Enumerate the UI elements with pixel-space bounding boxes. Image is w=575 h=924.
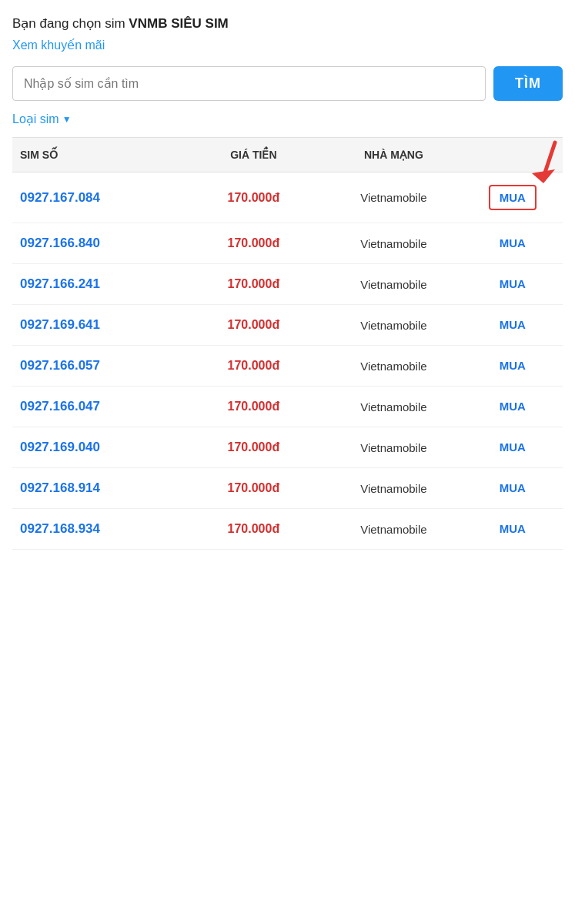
table-row: 0927.166.047 170.000đ Vietnamobile MUA — [12, 387, 563, 427]
price: 170.000đ — [190, 481, 317, 495]
table-row: 0927.169.040 170.000đ Vietnamobile MUA — [12, 427, 563, 468]
price: 170.000đ — [190, 522, 317, 536]
chevron-down-icon: ▼ — [62, 114, 72, 125]
sim-number[interactable]: 0927.166.241 — [20, 276, 190, 292]
filter-row: Loại sim ▼ — [12, 112, 563, 126]
promo-link[interactable]: Xem khuyến mãi — [12, 38, 105, 52]
network: Vietnamobile — [317, 360, 470, 373]
sim-number[interactable]: 0927.166.840 — [20, 236, 190, 251]
price: 170.000đ — [190, 440, 317, 454]
price: 170.000đ — [190, 400, 317, 413]
price: 170.000đ — [190, 318, 317, 332]
action-cell: MUA — [470, 359, 555, 373]
sim-number[interactable]: 0927.169.040 — [20, 440, 190, 455]
col-sim-so: SIM SỐ — [20, 149, 190, 161]
network: Vietnamobile — [317, 441, 470, 454]
sim-number[interactable]: 0927.168.934 — [20, 521, 190, 537]
buy-button[interactable]: MUA — [500, 277, 526, 290]
buy-button[interactable]: MUA — [500, 359, 526, 372]
col-nha-mang: NHÀ MẠNG — [317, 149, 470, 161]
table-row: 0927.166.241 170.000đ Vietnamobile MUA — [12, 264, 563, 305]
action-cell: MUA — [470, 185, 555, 210]
price: 170.000đ — [190, 277, 317, 291]
network: Vietnamobile — [317, 400, 470, 413]
col-action — [470, 149, 555, 161]
table-row: 0927.168.934 170.000đ Vietnamobile MUA — [12, 509, 563, 550]
network: Vietnamobile — [317, 482, 470, 495]
buy-button[interactable]: MUA — [500, 318, 526, 331]
action-cell: MUA — [470, 481, 555, 495]
page-header: Bạn đang chọn sim VNMB SIÊU SIM Xem khuy… — [12, 15, 563, 66]
buy-button[interactable]: MUA — [500, 400, 526, 413]
action-cell: MUA — [470, 236, 555, 250]
table-row: 0927.168.914 170.000đ Vietnamobile MUA — [12, 468, 563, 509]
table-row: 0927.166.840 170.000đ Vietnamobile MUA — [12, 223, 563, 264]
network: Vietnamobile — [317, 319, 470, 332]
price: 170.000đ — [190, 359, 317, 373]
network: Vietnamobile — [317, 523, 470, 536]
table-row: 0927.166.057 170.000đ Vietnamobile MUA — [12, 346, 563, 387]
table-header: SIM SỐ GIÁ TIỀN NHÀ MẠNG — [12, 138, 563, 172]
buy-button-highlighted[interactable]: MUA — [489, 185, 537, 210]
table-row: 0927.167.084 170.000đ Vietnamobile MUA — [12, 172, 563, 223]
sim-number[interactable]: 0927.166.057 — [20, 358, 190, 373]
network: Vietnamobile — [317, 191, 470, 204]
sim-number[interactable]: 0927.169.641 — [20, 317, 190, 333]
search-button[interactable]: TÌM — [493, 66, 563, 101]
buy-button[interactable]: MUA — [500, 236, 526, 249]
buy-button[interactable]: MUA — [500, 440, 526, 454]
action-cell: MUA — [470, 522, 555, 536]
search-row: TÌM — [12, 66, 563, 101]
action-cell: MUA — [470, 277, 555, 291]
table-row: 0927.169.641 170.000đ Vietnamobile MUA — [12, 305, 563, 346]
header-description: Bạn đang chọn sim VNMB SIÊU SIM — [12, 15, 563, 32]
filter-button[interactable]: Loại sim ▼ — [12, 112, 72, 126]
network: Vietnamobile — [317, 278, 470, 291]
sim-number[interactable]: 0927.167.084 — [20, 190, 190, 206]
sim-number[interactable]: 0927.166.047 — [20, 399, 190, 414]
buy-button[interactable]: MUA — [500, 522, 526, 535]
search-input[interactable] — [12, 66, 486, 101]
buy-button[interactable]: MUA — [500, 481, 526, 494]
col-gia-tien: GIÁ TIỀN — [190, 149, 317, 161]
action-cell: MUA — [470, 440, 555, 454]
sim-number[interactable]: 0927.168.914 — [20, 480, 190, 496]
action-cell: MUA — [470, 400, 555, 413]
price: 170.000đ — [190, 191, 317, 205]
price: 170.000đ — [190, 236, 317, 250]
sim-table: SIM SỐ GIÁ TIỀN NHÀ MẠNG 0927.167.084 17… — [12, 137, 563, 550]
network: Vietnamobile — [317, 237, 470, 250]
action-cell: MUA — [470, 318, 555, 332]
filter-label: Loại sim — [12, 112, 59, 126]
